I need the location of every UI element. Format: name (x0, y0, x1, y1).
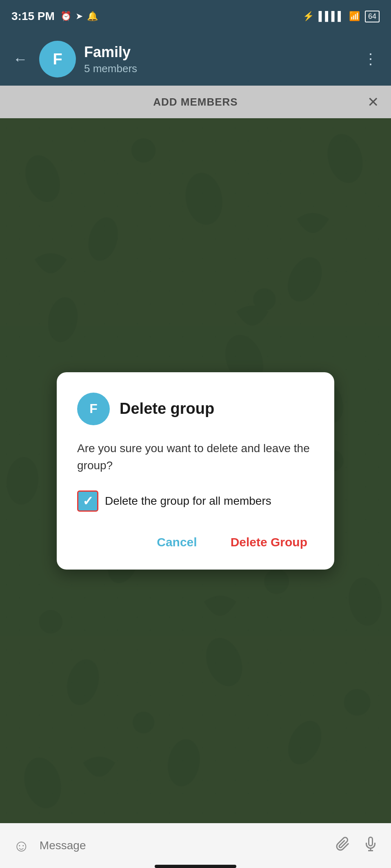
dialog-avatar: F (77, 393, 110, 425)
notification-icon: 🔔 (87, 11, 98, 22)
status-time: 3:15 PM (11, 10, 55, 23)
alarm-icon: ⏰ (60, 11, 71, 22)
wifi-icon: 📶 (349, 11, 360, 22)
status-left: 3:15 PM ⏰ ➤ 🔔 (11, 10, 98, 23)
group-info: Family 5 members (84, 44, 352, 75)
home-indicator (155, 865, 236, 868)
delete-all-members-checkbox[interactable]: ✓ (77, 490, 98, 512)
delete-group-button[interactable]: Delete Group (224, 531, 314, 553)
dialog-avatar-initial: F (89, 401, 98, 416)
message-input[interactable] (40, 833, 326, 859)
add-members-label: ADD MEMBERS (153, 96, 238, 108)
dialog-header: F Delete group (77, 393, 314, 425)
status-right: ⚡ ▌▌▌▌ 📶 64 (303, 11, 380, 22)
message-bar: ☺ (0, 823, 391, 868)
attachment-button[interactable] (332, 833, 353, 858)
microphone-button[interactable] (360, 833, 381, 858)
group-name: Family (84, 44, 352, 61)
add-members-bar: ADD MEMBERS ✕ (0, 86, 391, 118)
checkbox-label: Delete the group for all members (105, 495, 271, 508)
checkbox-row: ✓ Delete the group for all members (77, 490, 314, 512)
group-avatar: F (39, 41, 76, 77)
cancel-button[interactable]: Cancel (150, 531, 203, 553)
checkbox-check-icon: ✓ (82, 493, 93, 509)
dialog-overlay: F Delete group Are you sure you want to … (0, 118, 391, 823)
more-button[interactable]: ⋮ (360, 47, 381, 71)
dialog-title: Delete group (120, 400, 214, 417)
group-members: 5 members (84, 62, 352, 75)
back-button[interactable]: ← (10, 47, 31, 71)
header-bar: ← F Family 5 members ⋮ (0, 33, 391, 86)
signal-icon: ▌▌▌▌ (319, 11, 344, 22)
battery-icon: 64 (365, 11, 380, 22)
dialog-actions: Cancel Delete Group (77, 531, 314, 553)
bluetooth-icon: ⚡ (303, 11, 314, 22)
emoji-button[interactable]: ☺ (10, 833, 33, 858)
status-icons: ⏰ ➤ 🔔 (60, 11, 98, 22)
group-avatar-initial: F (53, 51, 62, 68)
dialog-message: Are you sure you want to delete and leav… (77, 440, 314, 474)
location-icon: ➤ (76, 11, 83, 22)
status-bar: 3:15 PM ⏰ ➤ 🔔 ⚡ ▌▌▌▌ 📶 64 (0, 0, 391, 33)
delete-group-dialog: F Delete group Are you sure you want to … (57, 372, 334, 570)
close-add-members-button[interactable]: ✕ (367, 94, 379, 110)
